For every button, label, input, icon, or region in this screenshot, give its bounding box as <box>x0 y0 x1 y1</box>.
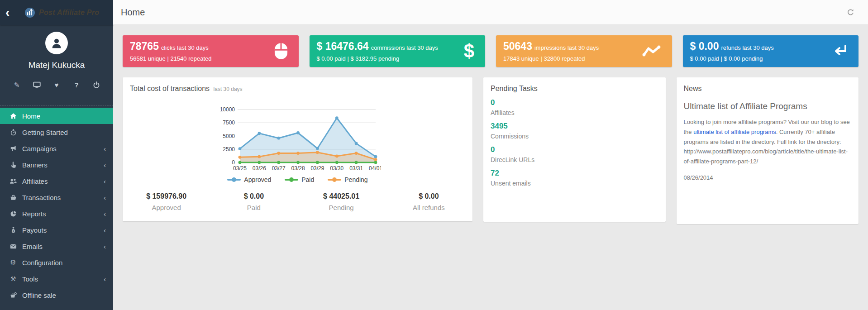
brand-text: Post Affiliate Pro <box>39 9 99 17</box>
legend-swatch <box>227 179 241 181</box>
svg-text:03/30: 03/30 <box>330 165 343 172</box>
area-chart[interactable]: 02500500075001000003/2503/2603/2703/2803… <box>215 105 381 173</box>
collapse-sidebar-button[interactable]: ‹ <box>5 6 24 19</box>
svg-text:03/25: 03/25 <box>233 165 246 172</box>
refunds-stat-card[interactable]: $ 0.00 refunds last 30 days $ 0.00 paid … <box>683 35 859 67</box>
sidebar-item-label: Emails <box>22 243 104 250</box>
task-commissions: 3495 Commissions <box>491 122 658 140</box>
panel-row: Total cost of transactions last 30 days … <box>123 77 858 224</box>
sidebar-item-configuration[interactable]: ⚙ Configuration ‹ <box>0 254 113 271</box>
task-count-link[interactable]: 0 <box>491 145 495 154</box>
stat-value: 50643 <box>503 40 532 52</box>
task-label: Affiliates <box>491 109 658 116</box>
person-icon <box>50 36 63 50</box>
gear-icon: ⚙ <box>9 258 17 267</box>
task-direclink-urls: 0 DirecLink URLs <box>491 145 658 163</box>
legend-label: Approved <box>244 176 271 183</box>
chart-area: 02500500075001000003/2503/2603/2703/2803… <box>130 105 465 183</box>
legend-label: Pending <box>344 176 367 183</box>
sidebar-header: ‹ Post Affiliate Pro <box>0 0 113 25</box>
user-panel: Matej Kukucka ✎ ♥ ? <box>0 25 113 105</box>
task-count-link[interactable]: 0 <box>491 98 495 107</box>
pending-tasks-title: Pending Tasks <box>491 85 658 93</box>
task-count-link[interactable]: 3495 <box>491 122 508 131</box>
chevron-left-icon: ‹ <box>104 275 106 283</box>
task-affiliates: 0 Affiliates <box>491 98 658 116</box>
clicks-stat-card[interactable]: 78765 clicks last 30 days 56581 unique |… <box>123 35 299 67</box>
svg-text:03/27: 03/27 <box>272 165 285 172</box>
total-value: $ 44025.01 <box>298 192 385 200</box>
total-label: All refunds <box>385 204 472 211</box>
sidebar-item-payouts[interactable]: $ Payouts ‹ <box>0 222 113 238</box>
health-icon[interactable]: ♥ <box>53 81 61 89</box>
legend-swatch <box>328 179 341 181</box>
task-count-link[interactable]: 72 <box>491 169 499 178</box>
news-link[interactable]: ultimate list of affiliate programs <box>693 129 776 135</box>
legend-item-approved[interactable]: Approved <box>227 176 271 183</box>
desktop-icon[interactable] <box>33 81 41 89</box>
svg-text:10000: 10000 <box>219 106 235 113</box>
user-avatar[interactable] <box>45 32 68 54</box>
svg-text:5000: 5000 <box>223 133 235 139</box>
stat-subline: 56581 unique | 21540 repeated <box>130 55 291 62</box>
chart-subtitle: last 30 days <box>214 86 243 92</box>
refresh-icon[interactable] <box>847 9 854 16</box>
app-logo-icon[interactable] <box>24 7 35 18</box>
chart-totals-row: $ 159976.90 Approved $ 0.00 Paid $ 44025… <box>123 192 472 211</box>
stat-description: clicks last 30 days <box>161 44 209 51</box>
total-label: Approved <box>123 204 210 211</box>
legend-item-pending[interactable]: Pending <box>328 176 367 183</box>
sidebar-item-offline-sale[interactable]: Offline sale ‹ <box>0 287 113 303</box>
sidebar-item-getting-started[interactable]: Getting Started ‹ <box>0 124 113 140</box>
dashboard-content: 78765 clicks last 30 days 56581 unique |… <box>113 25 868 234</box>
sidebar-item-label: Payouts <box>22 226 104 234</box>
user-name: Matej Kukucka <box>0 60 113 70</box>
total-label: Paid <box>210 204 297 211</box>
svg-text:03/26: 03/26 <box>252 165 266 172</box>
sidebar-item-emails[interactable]: Emails ‹ <box>0 238 113 254</box>
sidebar-item-affiliates[interactable]: Affiliates ‹ <box>0 173 113 189</box>
chart-title: Total cost of transactions <box>130 85 210 92</box>
transactions-chart-panel: Total cost of transactions last 30 days … <box>123 77 472 221</box>
sidebar-item-home[interactable]: Home ‹ <box>0 108 113 124</box>
chevron-left-icon: ‹ <box>104 210 106 218</box>
chevron-left-icon: ‹ <box>104 177 106 185</box>
total-value: $ 159976.90 <box>123 192 210 200</box>
envelope-icon <box>9 243 17 250</box>
stat-subline: $ 0.00 paid | $ 3182.95 pending <box>317 55 478 62</box>
sidebar-item-transactions[interactable]: Transactions ‹ <box>0 189 113 205</box>
help-icon[interactable]: ? <box>73 81 81 89</box>
sidebar-item-label: Home <box>22 112 104 120</box>
legend-item-paid[interactable]: Paid <box>285 176 314 183</box>
total-value: $ 0.00 <box>210 192 297 200</box>
money-bag-icon: $ <box>9 227 17 234</box>
basket-icon <box>9 194 17 201</box>
news-body: Looking to join more affiliate programs?… <box>684 117 852 167</box>
home-icon <box>9 113 17 119</box>
task-label: Unsent emails <box>491 180 658 187</box>
app-window: ‹ Post Affiliate Pro Matej Kukucka ✎ <box>0 0 868 310</box>
chart-legend: Approved Paid Pending <box>130 176 465 183</box>
commissions-stat-card[interactable]: $ 16476.64 commissions last 30 days $ 0.… <box>310 35 486 67</box>
dollar-icon: $ <box>464 42 474 61</box>
total-label: Pending <box>298 204 385 211</box>
stat-value: $ 0.00 <box>690 40 719 52</box>
total-approved: $ 159976.90 Approved <box>123 192 210 211</box>
power-icon[interactable] <box>93 81 100 89</box>
offline-sale-icon <box>9 292 17 299</box>
task-label: DirecLink URLs <box>491 156 658 163</box>
impressions-stat-card[interactable]: 50643 impressions last 30 days 17843 uni… <box>496 35 672 67</box>
mouse-icon <box>274 43 288 60</box>
svg-text:7500: 7500 <box>223 119 235 126</box>
sidebar-item-tools[interactable]: ⚒ Tools ‹ <box>0 271 113 287</box>
sidebar-item-label: Tools <box>22 275 104 283</box>
stat-description: refunds last 30 days <box>721 44 773 51</box>
sidebar-item-campaigns[interactable]: Campaigns ‹ <box>0 140 113 157</box>
stat-description: impressions last 30 days <box>534 44 599 51</box>
chart-title-row: Total cost of transactions last 30 days <box>130 85 465 93</box>
edit-icon[interactable]: ✎ <box>13 81 21 89</box>
chevron-left-icon: ‹ <box>104 145 106 153</box>
sidebar-item-label: Offline sale <box>22 291 104 299</box>
sidebar-item-banners[interactable]: Banners ‹ <box>0 157 113 173</box>
sidebar-item-reports[interactable]: Reports ‹ <box>0 205 113 222</box>
